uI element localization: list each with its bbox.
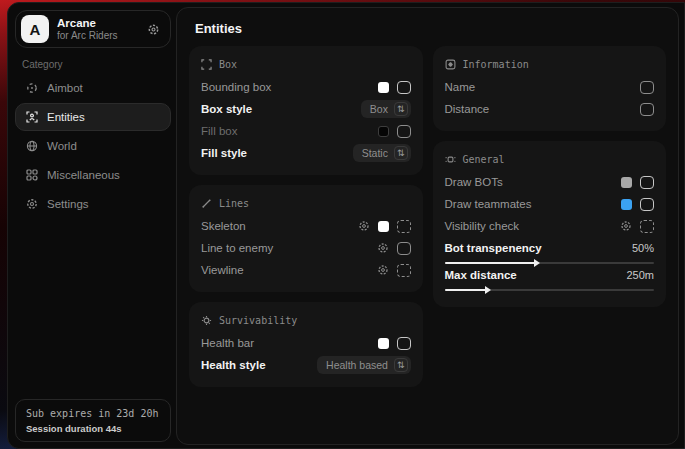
section-title: Lines [219, 198, 249, 209]
sidebar-item-miscellaneous[interactable]: Miscellaneous [15, 161, 171, 189]
sidebar-item-world[interactable]: World [15, 132, 171, 160]
main-panel: Entities Box Bounding box [176, 7, 679, 445]
setting-label: Health bar [201, 337, 378, 349]
sidebar-item-entities[interactable]: Entities [15, 103, 171, 131]
entities-icon [25, 111, 38, 123]
fill-style-dropdown[interactable]: Static ⇅ [353, 144, 411, 162]
setting-row-draw-bots: Draw BOTs [445, 171, 655, 193]
page-title: Entities [177, 8, 678, 46]
setting-row-viewline: Viewline [201, 259, 411, 281]
checkbox[interactable] [640, 198, 654, 211]
gear-icon[interactable] [358, 220, 370, 232]
checkbox[interactable] [640, 81, 654, 94]
sidebar-item-label: Entities [47, 111, 85, 123]
slider-value: 250m [626, 269, 654, 281]
setting-row-max-distance: Max distance 250m [445, 269, 655, 281]
session-duration-text: Session duration 44s [26, 423, 160, 434]
setting-label: Max distance [445, 269, 627, 281]
setting-label: Box style [201, 103, 361, 115]
right-column: Information Name Distance [433, 46, 667, 387]
color-swatch[interactable] [621, 177, 632, 188]
box-brackets-icon [201, 59, 212, 70]
setting-label: Bot transpenency [445, 242, 632, 254]
setting-label: Name [445, 81, 641, 93]
app-logo: A [21, 15, 49, 43]
app-window: A Arcane for Arc Riders Category Aimbot [7, 2, 685, 449]
setting-label: Visibility check [445, 220, 621, 232]
globe-icon [25, 140, 38, 152]
sidebar-item-aimbot[interactable]: Aimbot [15, 74, 171, 102]
checkbox[interactable] [397, 81, 411, 94]
setting-row-skeleton: Skeleton [201, 215, 411, 237]
checkbox[interactable] [397, 337, 411, 350]
left-column: Box Bounding box Box style Box ⇅ [189, 46, 423, 387]
box-style-dropdown[interactable]: Box ⇅ [361, 100, 411, 118]
color-swatch[interactable] [378, 82, 389, 93]
sidebar: A Arcane for Arc Riders Category Aimbot [8, 3, 176, 448]
setting-label: Fill style [201, 147, 353, 159]
checkbox[interactable] [640, 103, 654, 116]
color-swatch[interactable] [378, 126, 389, 137]
setting-label: Draw BOTs [445, 176, 622, 188]
slider-value: 50% [632, 242, 654, 254]
dropdown-value: Health based [326, 359, 388, 371]
checkbox[interactable] [640, 176, 654, 189]
crosshair-icon [25, 82, 38, 94]
checkbox[interactable] [397, 242, 411, 255]
setting-label: Bounding box [201, 81, 378, 93]
grid-icon [25, 169, 38, 181]
dropdown-value: Static [362, 147, 388, 159]
section-title: Survivability [219, 315, 297, 326]
app-subtitle: for Arc Riders [57, 30, 118, 43]
sort-arrows-icon: ⇅ [394, 102, 408, 116]
slider-thumb[interactable] [485, 286, 491, 294]
checkbox[interactable] [397, 220, 411, 233]
information-card: Information Name Distance [433, 46, 667, 131]
app-header-card: A Arcane for Arc Riders [15, 10, 171, 48]
setting-label: Distance [445, 103, 641, 115]
setting-label: Skeleton [201, 220, 358, 232]
setting-label: Viewline [201, 264, 377, 276]
section-title: General [463, 154, 505, 165]
checkbox[interactable] [640, 220, 654, 233]
sidebar-item-label: Aimbot [47, 82, 83, 94]
sidebar-item-settings[interactable]: Settings [15, 190, 171, 218]
health-style-dropdown[interactable]: Health based ⇅ [317, 356, 410, 374]
setting-row-draw-teammates: Draw teammates [445, 193, 655, 215]
setting-label: Fill box [201, 125, 378, 137]
setting-row-visibility-check: Visibility check [445, 215, 655, 237]
gear-icon[interactable] [377, 242, 389, 254]
slider-fill [445, 289, 487, 291]
general-card: General Draw BOTs Draw teammates [433, 141, 667, 307]
survivability-card: Survivability Health bar Health style He… [189, 302, 423, 387]
sidebar-item-label: Settings [47, 198, 89, 210]
category-label: Category [22, 59, 63, 70]
checkbox[interactable] [397, 264, 411, 277]
sub-expires-text: Sub expires in 23d 20h [26, 408, 160, 419]
color-swatch[interactable] [621, 199, 632, 210]
sidebar-nav: Aimbot Entities World Miscellaneous [15, 74, 171, 218]
setting-label: Draw teammates [445, 198, 622, 210]
gear-icon[interactable] [620, 220, 632, 232]
info-badge-icon [445, 59, 456, 70]
bot-transparency-slider[interactable] [445, 262, 655, 264]
setting-row-health-bar: Health bar [201, 332, 411, 354]
gear-icon[interactable] [377, 264, 389, 276]
setting-label: Health style [201, 359, 317, 371]
section-title: Box [219, 59, 237, 70]
dropdown-value: Box [370, 103, 388, 115]
virus-icon [201, 315, 212, 326]
sort-arrows-icon: ⇅ [394, 358, 408, 372]
gear-icon[interactable] [147, 23, 160, 36]
setting-row-line-to-enemy: Line to enemy [201, 237, 411, 259]
color-swatch[interactable] [378, 338, 389, 349]
color-swatch[interactable] [378, 221, 389, 232]
subscription-card: Sub expires in 23d 20h Session duration … [15, 399, 171, 442]
section-title: Information [463, 59, 529, 70]
box-card: Box Bounding box Box style Box ⇅ [189, 46, 423, 175]
slider-thumb[interactable] [534, 259, 540, 267]
adjust-icon [445, 154, 456, 165]
setting-row-fill-style: Fill style Static ⇅ [201, 142, 411, 164]
checkbox[interactable] [397, 125, 411, 138]
max-distance-slider[interactable] [445, 289, 655, 291]
